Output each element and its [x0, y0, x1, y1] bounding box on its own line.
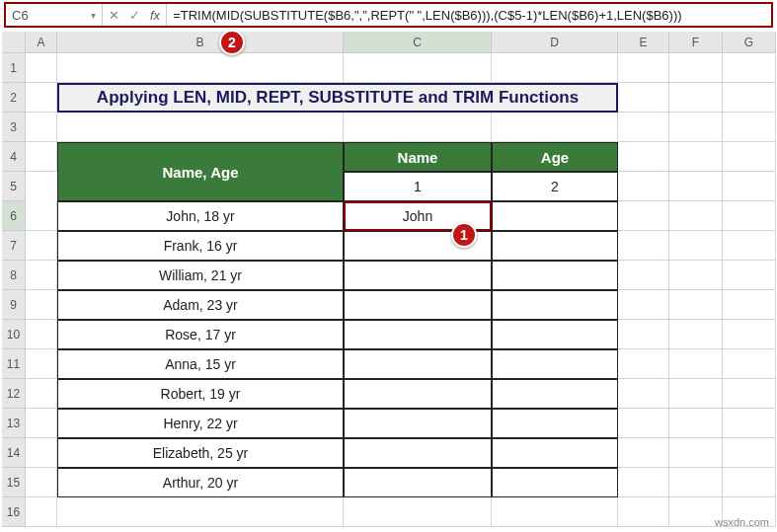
cell[interactable]: [26, 83, 57, 113]
subheader-age-idx[interactable]: 2: [492, 172, 618, 201]
subheader-name-idx[interactable]: 1: [344, 172, 492, 201]
cell[interactable]: [723, 409, 776, 438]
cell[interactable]: [618, 261, 669, 290]
col-header[interactable]: E: [618, 32, 669, 53]
cell[interactable]: Frank, 16 yr: [57, 231, 344, 261]
cell[interactable]: [618, 290, 669, 320]
cell[interactable]: [492, 261, 618, 290]
cell[interactable]: [723, 320, 776, 349]
cell[interactable]: [492, 53, 618, 83]
cell[interactable]: [26, 438, 57, 468]
cell[interactable]: [618, 468, 669, 497]
row-header[interactable]: 6: [2, 201, 26, 231]
cell[interactable]: [723, 83, 776, 113]
cell[interactable]: [492, 379, 618, 409]
cell[interactable]: [26, 113, 57, 142]
cell[interactable]: [669, 231, 723, 261]
cell[interactable]: [669, 320, 723, 349]
select-all-corner[interactable]: [2, 32, 26, 53]
cell[interactable]: [26, 349, 57, 379]
cell[interactable]: [26, 290, 57, 320]
cell[interactable]: [344, 409, 492, 438]
cell[interactable]: Robert, 19 yr: [57, 379, 344, 409]
cell[interactable]: [618, 83, 669, 113]
cell[interactable]: [57, 497, 344, 527]
cell[interactable]: [669, 379, 723, 409]
cell[interactable]: [723, 468, 776, 497]
cell[interactable]: [618, 320, 669, 349]
cell[interactable]: [26, 231, 57, 261]
cell[interactable]: [344, 261, 492, 290]
cell[interactable]: [618, 379, 669, 409]
enter-icon[interactable]: ✓: [129, 8, 140, 23]
cell[interactable]: [492, 468, 618, 497]
cell[interactable]: [669, 172, 723, 201]
cell[interactable]: [618, 142, 669, 172]
row-header[interactable]: 4: [2, 142, 26, 172]
col-header[interactable]: F: [669, 32, 723, 53]
row-header[interactable]: 12: [2, 379, 26, 409]
cell[interactable]: John, 18 yr: [57, 201, 344, 231]
col-header[interactable]: D: [492, 32, 618, 53]
cell[interactable]: [723, 261, 776, 290]
cell[interactable]: [344, 497, 492, 527]
cell[interactable]: [669, 113, 723, 142]
cell[interactable]: [723, 53, 776, 83]
col-header[interactable]: G: [723, 32, 776, 53]
row-header[interactable]: 3: [2, 113, 26, 142]
cell[interactable]: [492, 290, 618, 320]
col-header[interactable]: B: [57, 32, 344, 53]
header-name-age[interactable]: Name, Age: [57, 142, 344, 201]
title-cell[interactable]: Applying LEN, MID, REPT, SUBSTITUTE and …: [57, 83, 618, 113]
cell[interactable]: [26, 379, 57, 409]
cancel-icon[interactable]: ✕: [109, 8, 119, 23]
header-name[interactable]: Name: [344, 142, 492, 172]
cell[interactable]: [344, 438, 492, 468]
cell[interactable]: Anna, 15 yr: [57, 349, 344, 379]
cell[interactable]: [26, 409, 57, 438]
cell[interactable]: [723, 290, 776, 320]
row-header[interactable]: 1: [2, 53, 26, 83]
cell[interactable]: [57, 113, 344, 142]
cell[interactable]: [26, 53, 57, 83]
cell[interactable]: [618, 231, 669, 261]
cell[interactable]: [669, 409, 723, 438]
col-header[interactable]: A: [26, 32, 57, 53]
row-header[interactable]: 16: [2, 497, 26, 527]
cell[interactable]: [723, 349, 776, 379]
cell[interactable]: Henry, 22 yr: [57, 409, 344, 438]
cell[interactable]: [344, 290, 492, 320]
cell[interactable]: [723, 113, 776, 142]
name-box[interactable]: C6 ▾: [6, 4, 103, 26]
cell[interactable]: [344, 349, 492, 379]
cell[interactable]: [669, 201, 723, 231]
cell[interactable]: [669, 349, 723, 379]
cell[interactable]: [669, 53, 723, 83]
chevron-down-icon[interactable]: ▾: [91, 10, 96, 21]
cell[interactable]: [669, 83, 723, 113]
cell[interactable]: [618, 497, 669, 527]
row-header[interactable]: 13: [2, 409, 26, 438]
cell[interactable]: [26, 468, 57, 497]
cell[interactable]: [669, 438, 723, 468]
cell[interactable]: [344, 468, 492, 497]
cell[interactable]: [26, 201, 57, 231]
cell[interactable]: [723, 379, 776, 409]
cell[interactable]: [344, 53, 492, 83]
cell[interactable]: [618, 201, 669, 231]
row-header[interactable]: 2: [2, 83, 26, 113]
cell[interactable]: [669, 142, 723, 172]
cell[interactable]: Elizabeth, 25 yr: [57, 438, 344, 468]
cell[interactable]: [344, 320, 492, 349]
cell[interactable]: [723, 201, 776, 231]
cell[interactable]: [723, 142, 776, 172]
row-header[interactable]: 15: [2, 468, 26, 497]
cell[interactable]: [618, 113, 669, 142]
cell[interactable]: Arthur, 20 yr: [57, 468, 344, 497]
cell[interactable]: William, 21 yr: [57, 261, 344, 290]
cell[interactable]: [723, 438, 776, 468]
cell[interactable]: [723, 172, 776, 201]
cell[interactable]: [723, 231, 776, 261]
cell[interactable]: [492, 349, 618, 379]
col-header[interactable]: C: [344, 32, 492, 53]
